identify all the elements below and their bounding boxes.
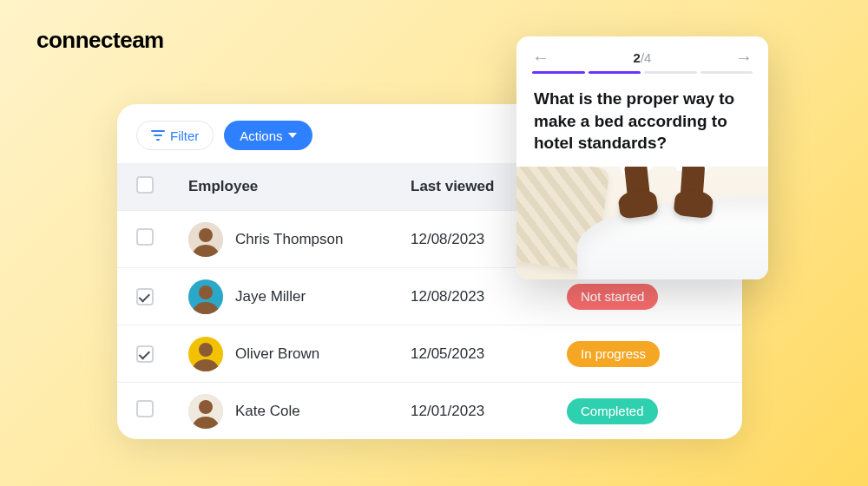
table-row[interactable]: Kate Cole12/01/2023Completed (117, 382, 742, 439)
filter-button[interactable]: Filter (136, 121, 214, 150)
quiz-pager: ← 2/4 → (516, 36, 768, 71)
status-badge: Not started (567, 284, 658, 310)
quiz-card: ← 2/4 → What is the proper way to make a… (516, 36, 768, 279)
chevron-down-icon (288, 133, 297, 138)
status-badge: Completed (567, 398, 658, 424)
row-checkbox[interactable] (136, 288, 154, 305)
actions-button[interactable]: Actions (224, 121, 312, 150)
prev-arrow-icon[interactable]: ← (532, 49, 549, 66)
svg-point-11 (199, 400, 213, 414)
avatar (188, 394, 223, 429)
employee-name: Oliver Brown (235, 345, 319, 363)
employee-name: Kate Cole (235, 403, 300, 420)
filter-icon (151, 130, 165, 141)
row-checkbox[interactable] (136, 400, 154, 417)
actions-button-label: Actions (240, 128, 282, 143)
status-badge: In progress (567, 341, 660, 367)
brand-logo: connecteam (36, 26, 164, 53)
table-row[interactable]: Oliver Brown12/05/2023In progress (117, 325, 742, 382)
last-viewed-cell: 12/08/2023 (411, 288, 567, 305)
filter-button-label: Filter (170, 128, 199, 143)
quiz-image (516, 167, 768, 279)
svg-point-2 (199, 228, 213, 242)
avatar (188, 337, 223, 371)
quiz-page-indicator: 2/4 (634, 50, 652, 65)
row-checkbox[interactable] (136, 228, 154, 246)
row-checkbox[interactable] (136, 345, 154, 363)
avatar (188, 222, 223, 257)
last-viewed-cell: 12/01/2023 (411, 403, 567, 420)
avatar (188, 279, 223, 314)
last-viewed-cell: 12/05/2023 (411, 345, 567, 363)
employee-name: Jaye Miller (235, 288, 306, 305)
quiz-page-current: 2 (634, 50, 641, 65)
brand-name: connecteam (36, 27, 164, 54)
svg-point-8 (199, 343, 213, 357)
employee-name: Chris Thompson (235, 231, 343, 248)
quiz-progress-bar (516, 71, 768, 84)
quiz-page-total: 4 (644, 50, 651, 65)
select-all-checkbox[interactable] (136, 176, 154, 194)
next-arrow-icon[interactable]: → (735, 49, 753, 66)
svg-point-5 (199, 286, 213, 299)
col-employee: Employee (188, 178, 411, 195)
quiz-question-text: What is the proper way to make a bed acc… (516, 84, 768, 167)
